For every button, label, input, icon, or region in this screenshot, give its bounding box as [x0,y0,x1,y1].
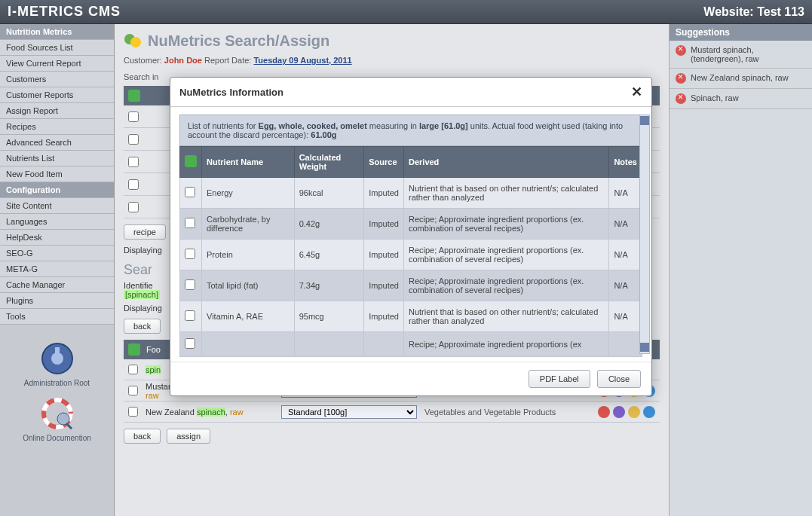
remove-icon[interactable] [676,73,686,84]
sidebar-item[interactable]: HelpDesk [0,230,114,246]
check-all-icon[interactable] [185,155,197,167]
row-checkbox[interactable] [128,111,139,122]
sidebar-item[interactable]: Customer Reports [0,87,114,103]
customer-line: Customer: John Doe Report Date: Tuesday … [124,56,660,65]
assign-button[interactable]: assign [167,429,210,444]
sidebar-item[interactable]: Cache Manager [0,277,114,293]
close-icon[interactable]: ✕ [631,84,642,100]
sidebar-item[interactable]: Tools [0,309,114,325]
cell-name: Vitamin A, RAE [202,301,295,332]
remove-icon[interactable] [676,45,686,56]
row-checkbox[interactable] [185,279,195,290]
sidebar-item[interactable]: Assign Report [0,103,114,119]
table-row: Protein 6.45g Imputed Recipe; Approximat… [180,240,642,270]
cell-weight: 6.45g [294,240,364,270]
check-icon[interactable] [128,343,140,356]
cell-source: Imputed [364,209,404,240]
back-button[interactable]: back [124,319,161,334]
food-name: New Zealand spinach, raw [146,408,274,417]
cell-weight: 7.34g [294,270,364,301]
row-checkbox[interactable] [128,202,139,212]
sidebar-item[interactable]: Languages [0,214,114,230]
svg-point-5 [57,413,69,425]
col-notes: Notes [609,147,642,178]
sidebar-item[interactable]: SEO-G [0,246,114,261]
row-checkbox[interactable] [185,310,195,321]
cell-name: Protein [202,240,295,270]
cell-source: Imputed [364,178,404,209]
col-derived: Derived [403,147,608,178]
row-checkbox[interactable] [128,386,138,395]
table-row: Carbohydrate, by difference 0.42g Impute… [180,209,642,240]
link-icon[interactable] [613,406,625,418]
sidebar-item[interactable]: Nutrients List [0,151,114,166]
cell-derived: Recipe; Approximate ingredient proportio… [403,209,608,240]
measure-select[interactable]: Standard [100g] [281,405,417,419]
row-checkbox[interactable] [128,407,138,417]
website-label: Website: Test 113 [703,5,804,19]
cell-notes: N/A [609,209,642,240]
sidebar-item[interactable]: Customers [0,72,114,87]
row-checkbox[interactable] [128,134,139,145]
cell-name: Energy [202,178,295,209]
remove-icon[interactable] [676,93,686,104]
suggestion-item[interactable]: New Zealand spinach, raw [670,69,812,89]
row-checkbox[interactable] [128,179,139,190]
delete-icon[interactable] [598,406,610,418]
recipe-button[interactable]: recipe [124,224,166,240]
sidebar-item[interactable]: New Food Item [0,166,114,182]
sidebar-item[interactable]: Recipes [0,119,114,135]
cell-source: Imputed [364,301,404,332]
svg-rect-2 [55,347,60,355]
table-row: Vitamin A, RAE 95mcg Imputed Nutrient th… [180,301,642,332]
cell-source: Imputed [364,270,404,301]
customer-name: John Doe [164,56,202,65]
cell-weight: 96kcal [294,178,364,209]
sidebar-item[interactable]: Nutrition Metrics [0,24,114,40]
check-icon[interactable] [128,90,140,102]
row-checkbox[interactable] [185,338,195,349]
edit-icon[interactable] [628,406,640,418]
sidebar-item[interactable]: Advanced Search [0,135,114,151]
cell-notes: N/A [609,301,642,332]
svg-point-8 [130,37,141,47]
cell-weight: 0.42g [294,209,364,240]
scrollbar[interactable] [639,114,650,354]
close-button[interactable]: Close [597,370,641,388]
suggestions-panel: Suggestions Mustard spinach, (tendergree… [669,24,812,516]
sidebar-item[interactable]: Food Sources List [0,40,114,56]
suggestion-item[interactable]: Spinach, raw [670,89,812,109]
table-row: New Zealand spinach, raw Standard [100g]… [124,402,660,423]
sidebar-item[interactable]: View Current Report [0,56,114,72]
col-source: Source [364,147,404,178]
table-row: Energy 96kcal Imputed Nutrient that is b… [180,178,642,209]
online-doc-link[interactable]: Online Documention [0,396,114,442]
info-banner: List of nutrients for Egg, whole, cooked… [179,114,642,146]
sidebar-item[interactable]: Site Content [0,198,114,214]
row-checkbox[interactable] [185,249,195,259]
row-checkbox[interactable] [185,218,195,228]
row-checkbox[interactable] [185,187,195,197]
food-category: Vegetables and Vegetable Products [424,408,590,417]
suggestions-title: Suggestions [670,24,812,41]
pdf-label-button[interactable]: PDF Label [529,370,590,388]
col-nutrient: Nutrient Name [202,147,295,178]
sidebar-item[interactable]: META-G [0,261,114,277]
info-icon[interactable] [643,406,655,418]
sidebar-item[interactable]: Configuration [0,182,114,198]
numetrics-modal: NuMetrics Information ✕ List of nutrient… [170,77,652,396]
cell-notes: N/A [609,240,642,270]
row-checkbox[interactable] [128,365,138,374]
back-button[interactable]: back [124,429,161,444]
cell-notes: N/A [609,270,642,301]
report-date[interactable]: Tuesday 09 August, 2011 [253,56,351,65]
cell-derived: Recipe; Approximate ingredient proportio… [403,240,608,270]
cell-weight: 95mcg [294,301,364,332]
modal-title: NuMetrics Information [179,87,283,98]
row-checkbox[interactable] [128,157,139,167]
admin-root-link[interactable]: Administration Root [0,341,114,387]
sidebar-item[interactable]: Plugins [0,293,114,309]
cell-derived: Recipe; Approximate ingredient proportio… [403,270,608,301]
chat-icon [124,32,142,50]
suggestion-item[interactable]: Mustard spinach, (tendergreen), raw [670,41,812,69]
